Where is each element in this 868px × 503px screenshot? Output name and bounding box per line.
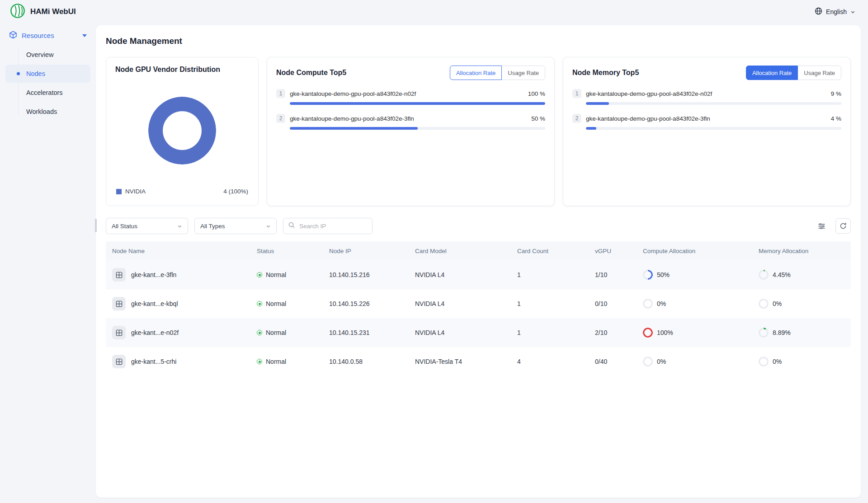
- status-cell: Normal: [251, 300, 324, 307]
- brand: HAMi WebUI: [10, 3, 76, 20]
- status-text: Normal: [266, 358, 286, 365]
- top5-item: 2 gke-kantaloupe-demo-gpu-pool-a843f02e-…: [276, 114, 545, 130]
- progress-track: [586, 127, 841, 130]
- col-compute-allocation: Compute Allocation: [637, 248, 753, 254]
- vgpu-value: 0/10: [590, 300, 637, 307]
- memory-allocation-ring: [759, 328, 769, 338]
- vendor-donut-chart: [148, 97, 216, 165]
- top5-node-name: gke-kantaloupe-demo-gpu-pool-a843f02e-3f…: [586, 115, 826, 122]
- top5-value: 100 %: [528, 90, 545, 97]
- card-model: NVIDIA L4: [410, 329, 512, 336]
- table-row[interactable]: gke-kant...5-crhi Normal 10.140.0.58 NVI…: [106, 347, 851, 376]
- language-selector[interactable]: English: [815, 7, 855, 16]
- node-name-cell: gke-kant...e-3fln: [107, 268, 251, 282]
- table-row[interactable]: gke-kant...e-3fln Normal 10.140.15.216 N…: [106, 260, 851, 289]
- status-text: Normal: [266, 329, 286, 336]
- table-row[interactable]: gke-kant...e-n02f Normal 10.140.15.231 N…: [106, 318, 851, 347]
- status-text: Normal: [266, 300, 286, 307]
- node-name-cell: gke-kant...5-crhi: [107, 355, 251, 368]
- card-model: NVIDIA-Tesla T4: [410, 358, 512, 365]
- top5-value: 9 %: [831, 90, 841, 97]
- node-ip: 10.140.15.226: [324, 300, 410, 307]
- sidebar-item-workloads[interactable]: Workloads: [5, 103, 90, 121]
- rank-badge: 2: [572, 114, 581, 123]
- legend-swatch: [116, 189, 122, 194]
- memory-allocation-rate-tab[interactable]: Allocation Rate: [746, 66, 798, 80]
- vgpu-value: 1/10: [590, 271, 637, 278]
- app-logo-icon: [10, 3, 25, 20]
- progress-fill: [290, 102, 545, 105]
- vgpu-value: 0/40: [590, 358, 637, 365]
- table-row[interactable]: gke-kant...e-kbql Normal 10.140.15.226 N…: [106, 289, 851, 318]
- chevron-down-icon: [177, 224, 182, 229]
- compute-usage-rate-tab[interactable]: Usage Rate: [501, 66, 545, 80]
- globe-icon: [815, 7, 822, 16]
- sidebar-item-nodes[interactable]: Nodes: [5, 65, 90, 83]
- rank-badge: 1: [572, 89, 581, 98]
- caret-down-icon: [82, 34, 87, 37]
- gpu-chip-icon: [112, 268, 126, 282]
- rank-badge: 1: [276, 89, 285, 98]
- memory-top5-card: Node Memory Top5 Allocation Rate Usage R…: [563, 57, 851, 206]
- legend-label: NVIDIA: [125, 188, 146, 195]
- top5-item: 1 gke-kantaloupe-demo-gpu-pool-a843f02e-…: [276, 89, 545, 105]
- compute-allocation-ring: [643, 299, 653, 309]
- progress-fill: [586, 127, 596, 130]
- progress-fill: [586, 102, 609, 105]
- memory-allocation-cell: 0%: [753, 299, 850, 309]
- column-settings-button[interactable]: [814, 218, 829, 234]
- compute-allocation-cell: 0%: [637, 299, 753, 309]
- status-text: Normal: [266, 271, 286, 278]
- compute-card-title: Node Compute Top5: [276, 69, 346, 77]
- status-normal-icon: [257, 330, 262, 335]
- status-cell: Normal: [251, 329, 324, 336]
- node-name: gke-kant...e-kbql: [131, 300, 178, 307]
- sidebar-item-overview[interactable]: Overview: [5, 46, 90, 64]
- col-status: Status: [251, 248, 324, 254]
- sidebar-group-label: Resources: [22, 32, 78, 39]
- sidebar-item-label: Nodes: [26, 70, 45, 77]
- app-title: HAMi WebUI: [30, 7, 76, 16]
- top5-value: 50 %: [531, 115, 545, 122]
- page-title: Node Management: [106, 36, 851, 46]
- memory-usage-rate-tab[interactable]: Usage Rate: [797, 66, 841, 80]
- sidebar-group-resources[interactable]: Resources: [5, 26, 90, 45]
- compute-allocation-cell: 100%: [637, 328, 753, 338]
- memory-allocation-value: 0%: [773, 358, 782, 365]
- memory-allocation-cell: 8.89%: [753, 328, 850, 338]
- sidebar-item-label: Overview: [26, 51, 53, 58]
- vendor-card-title: Node GPU Vendor Distribution: [115, 66, 249, 74]
- node-name: gke-kant...5-crhi: [131, 358, 176, 365]
- compute-allocation-ring: [643, 328, 653, 338]
- status-filter-select[interactable]: All Status: [106, 218, 188, 234]
- sidebar-resize-handle[interactable]: [95, 219, 97, 232]
- refresh-button[interactable]: [835, 218, 851, 234]
- compute-allocation-cell: 50%: [637, 270, 753, 280]
- card-count: 4: [512, 358, 590, 365]
- search-icon: [288, 222, 295, 230]
- memory-allocation-cell: 4.45%: [753, 270, 850, 280]
- top5-value: 4 %: [831, 115, 841, 122]
- filter-row: All Status All Types: [106, 218, 851, 234]
- nodes-table: Node Name Status Node IP Card Model Card…: [106, 241, 851, 376]
- node-name: gke-kant...e-3fln: [131, 271, 176, 278]
- main-content: Node Management Node GPU Vendor Distribu…: [96, 25, 861, 498]
- summary-cards: Node GPU Vendor Distribution NVIDIA 4 (1…: [106, 57, 851, 206]
- col-card-model: Card Model: [410, 248, 512, 254]
- table-header: Node Name Status Node IP Card Model Card…: [106, 241, 851, 260]
- memory-allocation-value: 4.45%: [773, 271, 791, 278]
- compute-top5-card: Node Compute Top5 Allocation Rate Usage …: [267, 57, 555, 206]
- search-ip-input[interactable]: [298, 222, 367, 230]
- type-filter-select[interactable]: All Types: [194, 218, 277, 234]
- card-count: 1: [512, 329, 590, 336]
- status-cell: Normal: [251, 271, 324, 278]
- sidebar-item-accelerators[interactable]: Accelerators: [5, 84, 90, 102]
- compute-allocation-rate-tab[interactable]: Allocation Rate: [450, 66, 502, 80]
- col-card-count: Card Count: [512, 248, 590, 254]
- top5-node-name: gke-kantaloupe-demo-gpu-pool-a843f02e-3f…: [290, 115, 527, 122]
- node-ip: 10.140.0.58: [324, 358, 410, 365]
- sidebar-item-label: Workloads: [26, 108, 57, 115]
- vgpu-value: 2/10: [590, 329, 637, 336]
- vendor-legend: NVIDIA 4 (100%): [115, 187, 249, 197]
- card-count: 1: [512, 271, 590, 278]
